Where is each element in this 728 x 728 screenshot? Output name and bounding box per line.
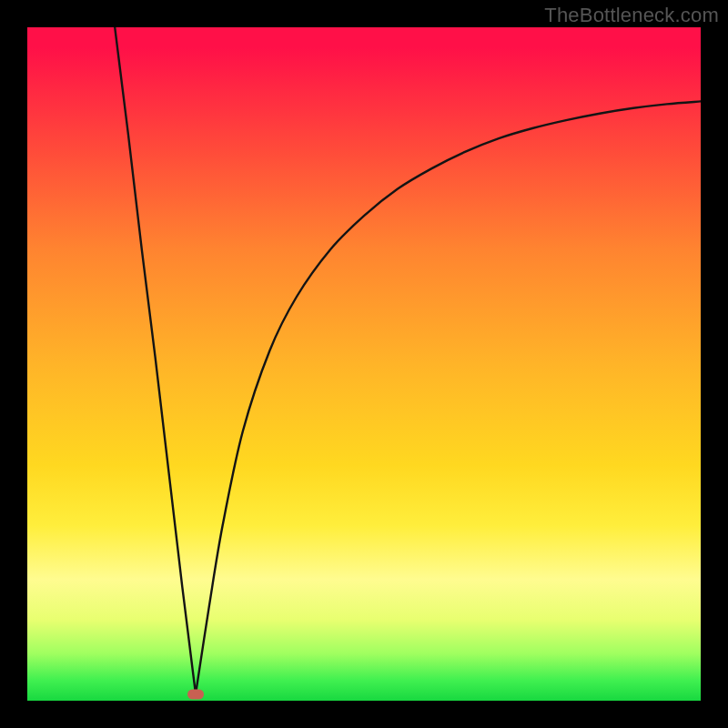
- watermark-text: TheBottleneck.com: [544, 4, 719, 27]
- chart-plot-area: [27, 27, 701, 701]
- bottleneck-curve: [27, 27, 701, 701]
- vertex-marker: [187, 689, 204, 699]
